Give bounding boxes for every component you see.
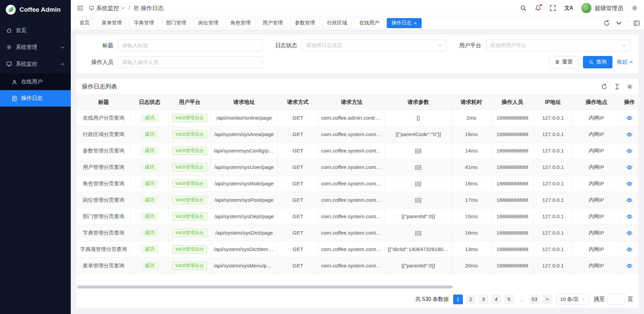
cell-log-status: 成功 xyxy=(131,241,168,258)
translate-icon[interactable]: 文A xyxy=(564,5,573,12)
operator-input[interactable] xyxy=(122,59,258,65)
page-button[interactable]: 5 xyxy=(504,295,514,304)
platform-badge: WEB管理后台 xyxy=(172,180,207,188)
column-settings-gear-icon[interactable] xyxy=(627,83,633,90)
status-badge: 成功 xyxy=(141,245,159,253)
next-page-button[interactable]: > xyxy=(542,295,552,304)
log-icon xyxy=(11,96,17,102)
layout-toggle-icon[interactable] xyxy=(633,20,640,26)
tab[interactable]: 岗位管理 xyxy=(194,18,223,28)
col-actions: 操作 xyxy=(620,95,638,110)
user-menu[interactable]: 超级管理员 xyxy=(581,3,623,13)
horizontal-scrollbar xyxy=(77,286,638,289)
page-button[interactable]: 4 xyxy=(491,295,501,304)
cell-actions xyxy=(620,192,638,208)
horizontal-scrollbar-thumb[interactable] xyxy=(77,286,453,289)
cell-location: 内网IP xyxy=(573,176,620,192)
sidebar-item-online-users[interactable]: 在线用户 xyxy=(0,74,71,90)
page-ellipsis[interactable]: ... xyxy=(517,295,527,304)
breadcrumb-separator: / xyxy=(128,5,130,11)
cell-request-url: /api/system/sysPost/page xyxy=(211,192,277,208)
cell-log-status: 成功 xyxy=(131,258,168,274)
view-detail-eye-icon[interactable] xyxy=(626,181,633,187)
reset-button[interactable]: 重置 xyxy=(549,56,579,68)
cell-user-platform: WEB管理后台 xyxy=(168,192,211,208)
page-button[interactable]: 2 xyxy=(466,295,476,304)
operator-input-wrapper xyxy=(118,56,263,68)
view-detail-eye-icon[interactable] xyxy=(626,230,633,236)
search-icon[interactable] xyxy=(520,5,527,11)
fullscreen-icon[interactable] xyxy=(549,5,556,11)
tab-label: 角色管理 xyxy=(230,20,251,26)
tab[interactable]: 角色管理 xyxy=(226,18,255,28)
tab[interactable]: 字典管理 xyxy=(129,18,159,28)
cell-request-params: [{"parentCode":"0"}] xyxy=(385,126,451,143)
search-button[interactable]: 查询 xyxy=(583,56,612,68)
cell-request-duration: 17ms xyxy=(451,192,491,208)
page-button[interactable]: 53 xyxy=(530,295,539,304)
breadcrumb-item-current[interactable]: 操作日志 xyxy=(133,4,164,12)
refresh-tab-icon[interactable] xyxy=(603,20,610,26)
cell-title: 行政区域分页查询 xyxy=(76,126,131,143)
view-detail-eye-icon[interactable] xyxy=(626,246,633,253)
tab-options-chevron-icon[interactable] xyxy=(615,20,622,26)
filter-field-title: 标题 xyxy=(82,40,265,51)
view-detail-eye-icon[interactable] xyxy=(626,213,633,220)
settings-gear-icon[interactable] xyxy=(631,5,638,11)
sidebar-item-system-mgmt[interactable]: 系统管理 xyxy=(0,40,71,54)
cell-operator: 18888888888 xyxy=(491,208,533,225)
cell-ip-address: 127.0.0.1 xyxy=(534,110,573,126)
search-icon xyxy=(589,60,594,65)
log-status-select[interactable]: 请选择日志状态 xyxy=(302,40,446,51)
tab[interactable]: 在线用户 xyxy=(355,18,384,28)
page-button[interactable]: 1 xyxy=(453,295,463,304)
view-detail-eye-icon[interactable] xyxy=(626,148,633,154)
view-detail-eye-icon[interactable] xyxy=(626,197,633,203)
tab[interactable]: 首页 xyxy=(75,18,94,28)
cell-log-status: 成功 xyxy=(131,208,168,225)
title-input[interactable] xyxy=(122,43,258,49)
cell-location: 内网IP xyxy=(573,225,620,241)
tab[interactable]: 用户管理 xyxy=(258,18,287,28)
refresh-table-icon[interactable] xyxy=(601,83,607,90)
view-detail-eye-icon[interactable] xyxy=(626,263,633,269)
cell-request-params: [{}] xyxy=(385,176,451,192)
tab[interactable]: 菜单管理 xyxy=(97,18,126,28)
view-detail-eye-icon[interactable] xyxy=(626,164,633,171)
sidebar-submenu-monitor: 在线用户 操作日志 xyxy=(0,74,71,107)
sidebar-collapse-icon[interactable] xyxy=(77,5,84,11)
cell-request-params: [{}] xyxy=(385,143,451,159)
cell-request-url: /api/system/sysUser/page xyxy=(211,159,277,176)
user-platform-select[interactable]: 请选择用户平台 xyxy=(486,40,631,51)
jump-page-input[interactable] xyxy=(607,294,625,305)
cell-location: 内网IP xyxy=(573,143,620,159)
user-platform-placeholder: 请选择用户平台 xyxy=(490,42,622,49)
view-detail-eye-icon[interactable] xyxy=(626,131,633,138)
col-operator: 操作人员 xyxy=(491,95,533,110)
view-detail-eye-icon[interactable] xyxy=(626,115,633,121)
sidebar-item-home[interactable]: 首页 xyxy=(0,23,71,38)
tab[interactable]: 操作日志 × xyxy=(387,18,422,28)
cell-user-platform: WEB管理后台 xyxy=(168,241,211,258)
notification-bell-icon[interactable] xyxy=(535,5,541,11)
page-size-label: 10 条/页 xyxy=(560,296,579,303)
tab[interactable]: 部门管理 xyxy=(161,18,191,28)
sidebar-item-operation-logs[interactable]: 操作日志 xyxy=(0,90,71,107)
tab-close-icon[interactable]: × xyxy=(414,20,417,25)
page-button[interactable]: 3 xyxy=(479,295,488,304)
tab[interactable]: 行政区域 xyxy=(322,18,352,28)
row-density-icon[interactable] xyxy=(614,83,620,90)
col-ip-address: IP地址 xyxy=(534,95,573,110)
title-label: 标题 xyxy=(82,42,118,49)
cell-request-duration: 14ms xyxy=(451,143,491,159)
sidebar-item-system-monitor[interactable]: 系统监控 xyxy=(0,57,71,71)
app-logo[interactable]: Coffee Admin xyxy=(0,0,71,19)
cell-request-method: GET xyxy=(277,192,318,208)
collapse-filters-link[interactable]: 收起 xyxy=(617,59,633,66)
breadcrumb-item-parent[interactable]: 系统监控 xyxy=(89,4,125,12)
page-size-select[interactable]: 10 条/页 xyxy=(556,294,589,305)
cell-user-platform: WEB管理后台 xyxy=(168,176,211,192)
cell-ip-address: 127.0.0.1 xyxy=(534,192,573,208)
tab[interactable]: 参数管理 xyxy=(290,18,320,28)
log-status-placeholder: 请选择日志状态 xyxy=(306,42,438,49)
